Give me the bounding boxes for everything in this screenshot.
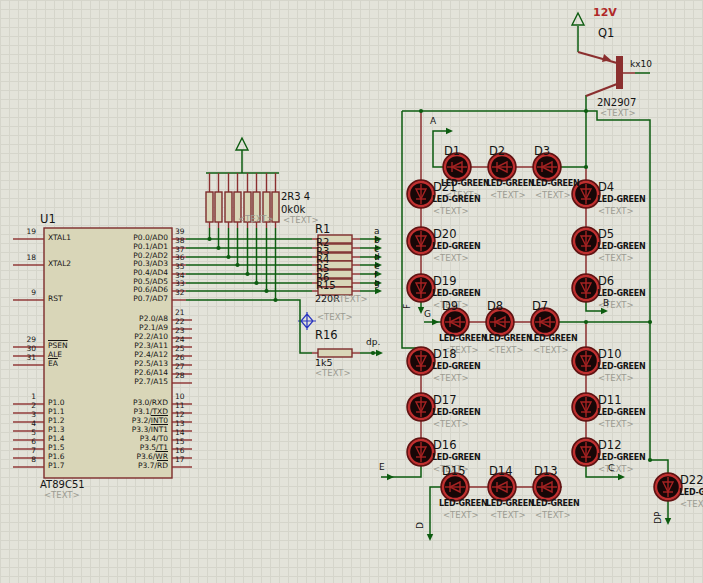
pullup-resistor-8[interactable] [272,173,279,300]
pullup-resistor-5[interactable] [244,173,251,274]
led-D15[interactable] [441,473,469,501]
led-D14[interactable] [488,473,516,501]
pullup-resistor-3[interactable] [225,173,232,257]
led-D8[interactable] [486,308,514,336]
led-D1[interactable] [443,153,471,181]
power-terminal-icon[interactable] [572,13,584,25]
power-terminal-icon [236,138,248,150]
led-D16[interactable] [407,438,435,466]
series-resistor-row-7[interactable] [186,287,378,295]
led-D7[interactable] [531,308,559,336]
led-D3[interactable] [533,153,561,181]
pullup-resistor-6[interactable] [253,173,260,283]
led-D6[interactable] [572,274,600,302]
mcu-body[interactable] [44,228,172,478]
led-D4[interactable] [572,180,600,208]
led-D5[interactable] [572,227,600,255]
dp-resistor[interactable] [186,300,376,357]
led-D17[interactable] [407,393,435,421]
led-D12[interactable] [572,438,600,466]
series-resistor-row-2[interactable] [186,244,378,252]
series-resistor-row-1[interactable] [186,235,378,243]
led-D18[interactable] [407,347,435,375]
led-D19[interactable] [407,274,435,302]
led-D9[interactable] [441,308,469,336]
schematic-graphics [0,0,703,583]
pullup-resistor-2[interactable] [215,173,222,248]
led-D21[interactable] [407,180,435,208]
transistor-symbol[interactable] [578,52,635,96]
series-resistor-row-6[interactable] [186,279,378,287]
led-D20[interactable] [407,227,435,255]
pullup-resistor-1[interactable] [206,173,213,239]
pack-power-terminal[interactable] [206,138,279,173]
led-D10[interactable] [572,347,600,375]
pullup-resistor-4[interactable] [234,173,241,265]
led-D11[interactable] [572,393,600,421]
led-D22[interactable] [654,473,682,501]
series-resistor-row-3[interactable] [186,253,378,261]
series-resistor-row-5[interactable] [186,270,378,278]
power-rail-wires[interactable] [402,26,668,476]
schematic-canvas: U1 AT89C51 <TEXT> 2R3 4 0k0k <TEXT> <TEX… [0,0,703,583]
led-D2[interactable] [488,153,516,181]
series-resistor-row-4[interactable] [186,261,378,269]
led-D13[interactable] [533,473,561,501]
